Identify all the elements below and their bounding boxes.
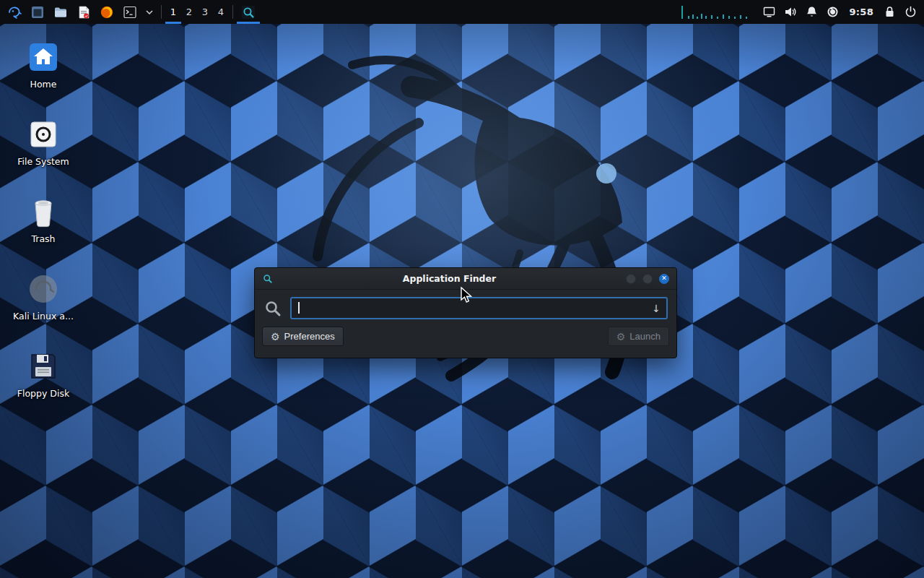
kali-logo-icon — [7, 5, 22, 20]
folder-icon — [53, 5, 68, 20]
close-button[interactable]: ✕ — [659, 274, 669, 284]
system-monitor-graph[interactable] — [675, 0, 759, 24]
dropdown-arrow-icon[interactable]: ↓ — [648, 303, 661, 314]
terminal-icon — [123, 5, 137, 20]
drive-icon — [28, 119, 58, 150]
text-editor-icon — [77, 5, 91, 20]
lock-icon — [884, 6, 896, 18]
desktop-icon-kali-docs[interactable]: Kali Linux a... — [3, 272, 84, 322]
logout-button[interactable] — [900, 0, 921, 24]
firefox-icon — [100, 5, 114, 20]
chevron-down-icon — [146, 9, 153, 15]
cpu-graph-icon — [679, 5, 754, 20]
minimize-button[interactable] — [626, 274, 636, 284]
bell-icon — [806, 6, 818, 18]
power-icon — [905, 6, 917, 18]
search-icon — [263, 299, 282, 318]
text-caret — [298, 302, 300, 314]
window-search-icon — [262, 273, 273, 284]
workspace-3[interactable]: 3 — [197, 0, 213, 24]
desktop-icon-home[interactable]: Home — [3, 40, 84, 90]
launcher-text-editor[interactable] — [72, 0, 95, 24]
kali-menu-button[interactable] — [3, 0, 26, 24]
workspace-1[interactable]: 1 — [165, 0, 181, 24]
preferences-button[interactable]: ⚙ Preferences — [262, 327, 344, 346]
floppy-icon — [28, 351, 58, 381]
panel-spacer — [260, 0, 675, 24]
search-icon — [241, 5, 256, 20]
launch-label: Launch — [629, 331, 661, 342]
desktop-icon-file-system[interactable]: File System — [3, 117, 84, 167]
desktop-icon-label: Trash — [3, 233, 84, 244]
display-settings-tray[interactable] — [759, 0, 780, 24]
desktop-icon-label: File System — [3, 156, 84, 167]
launcher-terminal[interactable] — [118, 0, 141, 24]
launch-button[interactable]: ⚙ Launch — [608, 327, 669, 346]
desktop-icon-label: Home — [3, 79, 84, 90]
gear-icon: ⚙ — [271, 331, 280, 342]
launcher-firefox[interactable] — [95, 0, 118, 24]
update-refresh-icon — [827, 6, 839, 18]
close-icon: ✕ — [661, 275, 667, 282]
desktop-icon-floppy-disk[interactable]: Floppy Disk — [3, 349, 84, 399]
home-icon — [27, 41, 59, 73]
launcher-file-manager[interactable] — [49, 0, 72, 24]
lock-screen-button[interactable] — [879, 0, 900, 24]
kali-docs-icon — [27, 273, 59, 305]
window-icon — [30, 5, 45, 20]
clock[interactable]: 9:58 — [843, 0, 879, 24]
panel-separator — [232, 5, 233, 19]
search-field-container: ↓ — [290, 297, 668, 319]
speaker-icon — [784, 6, 797, 18]
terminal-dropdown-button[interactable] — [141, 0, 157, 24]
window-title: Application Finder — [273, 273, 626, 284]
mouse-cursor — [460, 287, 476, 304]
notifications-tray[interactable] — [801, 0, 822, 24]
taskbar-application-finder[interactable] — [237, 0, 260, 24]
maximize-button[interactable] — [642, 274, 653, 284]
search-input[interactable] — [297, 303, 648, 314]
launch-gear-icon: ⚙ — [616, 331, 626, 342]
trash-icon — [29, 196, 58, 228]
preferences-label: Preferences — [284, 331, 335, 342]
desktop-icon-trash[interactable]: Trash — [3, 194, 84, 244]
launcher-window-manager[interactable] — [26, 0, 49, 24]
volume-tray[interactable] — [780, 0, 801, 24]
updates-tray[interactable] — [822, 0, 843, 24]
desktop-icon-label: Kali Linux a... — [3, 311, 84, 322]
panel-separator — [161, 5, 162, 19]
desktop-icon-label: Floppy Disk — [3, 388, 84, 399]
workspace-2[interactable]: 2 — [181, 0, 197, 24]
application-finder-window: Application Finder ✕ ↓ ⚙ Preferences ⚙ L… — [254, 267, 677, 358]
top-panel: 1 2 3 4 — [0, 0, 924, 24]
workspace-4[interactable]: 4 — [213, 0, 229, 24]
display-icon — [763, 6, 775, 18]
